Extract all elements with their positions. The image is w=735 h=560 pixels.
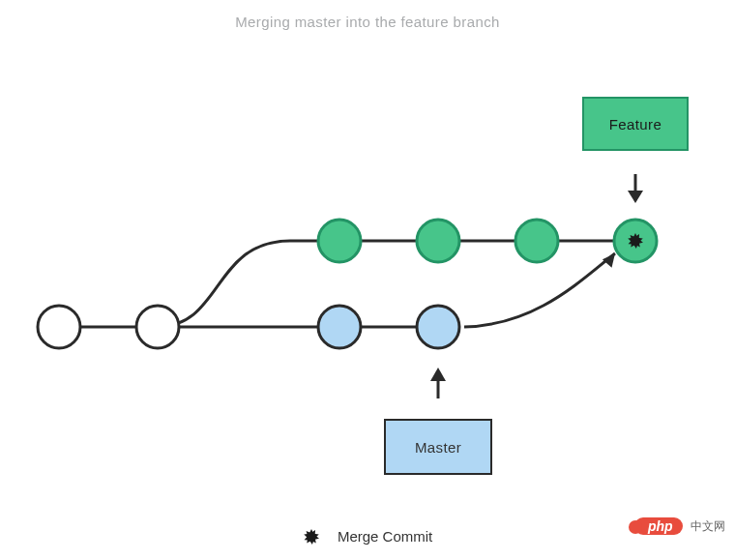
commit-node xyxy=(515,220,558,262)
legend: Merge Commit xyxy=(0,528,735,548)
commit-node xyxy=(38,306,80,348)
commit-node xyxy=(136,306,179,348)
legend-text: Merge Commit xyxy=(338,528,432,545)
watermark: php 中文网 xyxy=(634,517,725,535)
master-label-text: Master xyxy=(415,439,461,456)
commit-node xyxy=(318,306,361,348)
watermark-brand: php xyxy=(634,517,683,535)
commit-node xyxy=(417,306,459,348)
svg-marker-3 xyxy=(628,191,643,203)
merge-commit-legend-icon xyxy=(303,528,320,548)
commit-node xyxy=(318,220,361,262)
git-diagram xyxy=(0,0,735,560)
watermark-suffix: 中文网 xyxy=(691,518,725,535)
master-branch-label: Master xyxy=(384,419,492,475)
svg-marker-5 xyxy=(430,368,446,381)
commit-node xyxy=(417,220,459,262)
feature-branch-label: Feature xyxy=(582,97,689,151)
feature-label-text: Feature xyxy=(609,116,662,133)
